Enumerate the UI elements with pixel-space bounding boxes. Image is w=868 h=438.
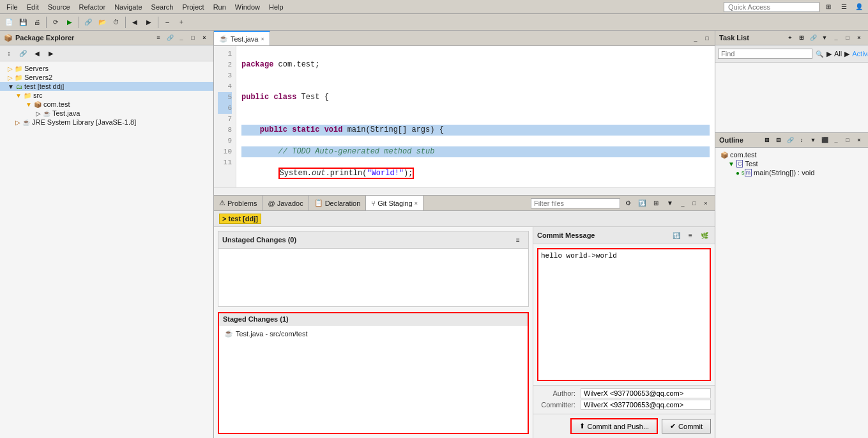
- git-tab-close[interactable]: ×: [415, 200, 418, 207]
- ol-btn3[interactable]: 🔗: [785, 135, 795, 145]
- tl-btn1[interactable]: +: [785, 33, 795, 43]
- tree-item-testjava[interactable]: ▷ ☕ Test.java: [0, 109, 213, 118]
- refresh-btn[interactable]: ⟳: [49, 16, 62, 29]
- menu-navigate[interactable]: Navigate: [110, 2, 146, 12]
- commit-tb-2[interactable]: ≡: [684, 229, 697, 242]
- minimize-btn[interactable]: _: [176, 33, 187, 43]
- filter-btn[interactable]: ⚙: [621, 197, 634, 210]
- tab-javadoc[interactable]: @ Javadoc: [263, 196, 308, 210]
- menu-search[interactable]: Search: [148, 2, 178, 12]
- git-tb-3[interactable]: ▼: [664, 197, 676, 210]
- save-btn[interactable]: 💾: [17, 16, 29, 29]
- menu-project[interactable]: Project: [178, 2, 208, 12]
- repo-badge[interactable]: > test [ddj]: [219, 214, 261, 224]
- tree-item-comtest[interactable]: ▼ 📦 com.test: [0, 100, 213, 109]
- ol-btn4[interactable]: ↕: [796, 135, 807, 145]
- menu-refactor[interactable]: Refactor: [75, 2, 110, 12]
- new-btn[interactable]: 📄: [3, 16, 15, 29]
- editor-tab-label: Test.java: [231, 35, 258, 43]
- link-btn[interactable]: 🔗: [82, 16, 95, 29]
- ol-btn5[interactable]: ▼: [808, 135, 818, 145]
- tree-item-servers2[interactable]: ▷ 📁 Servers2: [0, 73, 213, 82]
- tab-problems[interactable]: ⚠ Problems: [214, 196, 263, 210]
- ol-close[interactable]: ×: [854, 135, 864, 145]
- tl-btn4[interactable]: ▼: [819, 33, 830, 43]
- ol-minimize[interactable]: _: [831, 135, 841, 145]
- editor-minimize[interactable]: _: [690, 33, 701, 43]
- ol-btn1[interactable]: ⊞: [762, 135, 772, 145]
- menu-source[interactable]: Source: [44, 2, 74, 12]
- staged-body: ☕ Test.java - src/com/test: [219, 325, 528, 433]
- menu-file[interactable]: File: [3, 2, 22, 12]
- tl-minimize[interactable]: _: [831, 33, 841, 43]
- tree-item-servers[interactable]: ▷ 📁 Servers: [0, 64, 213, 73]
- close-btn[interactable]: ×: [199, 33, 209, 43]
- outline-test-class[interactable]: ▼ C Test: [718, 159, 865, 168]
- code-editor[interactable]: 1234 5 6 7891011 package com.test; publi…: [214, 46, 715, 187]
- nav-fwd[interactable]: ▶: [142, 16, 155, 29]
- tab-declaration[interactable]: 📋 Declaration: [309, 196, 367, 210]
- tl-btn2[interactable]: ⊞: [796, 33, 807, 43]
- sep1: [46, 17, 47, 28]
- quick-access-input[interactable]: [724, 2, 819, 12]
- collapse-all-btn[interactable]: ≡: [153, 33, 164, 43]
- editor-tab-close[interactable]: ×: [261, 36, 264, 42]
- print-btn[interactable]: 🖨: [31, 16, 43, 29]
- outline-main-method[interactable]: ● s m main(String[]) : void: [718, 168, 865, 177]
- maximize-btn[interactable]: □: [188, 33, 198, 43]
- tl-btn3[interactable]: 🔗: [808, 33, 818, 43]
- icon-person[interactable]: 👤: [853, 1, 865, 13]
- arrow-icon: ▶: [826, 50, 832, 58]
- pkg-link[interactable]: 🔗: [17, 47, 29, 59]
- activate-label[interactable]: Activate...: [852, 50, 868, 58]
- debug-btn[interactable]: ▶: [63, 16, 76, 29]
- editor-tab-testjava[interactable]: ☕ Test.java ×: [214, 31, 270, 45]
- commit-and-push-button[interactable]: ⬆ Commit and Push...: [570, 418, 659, 434]
- menu-edit[interactable]: Edit: [23, 2, 43, 12]
- filter-files-input[interactable]: [531, 198, 620, 208]
- open-btn[interactable]: 📂: [96, 16, 109, 29]
- commit-tb-1[interactable]: 🔃: [670, 229, 683, 242]
- tl-maximize[interactable]: □: [842, 33, 853, 43]
- zoom-out[interactable]: –: [161, 16, 174, 29]
- commit-button[interactable]: ✔ Commit: [662, 419, 711, 434]
- tree-item-test-project[interactable]: ▼ 🗂 test [test ddj]: [0, 82, 213, 91]
- menu-run[interactable]: Run: [209, 2, 230, 12]
- tree-item-src[interactable]: ▼ 📁 src: [0, 91, 213, 100]
- task-filter-input[interactable]: [718, 49, 812, 59]
- editor-maximize[interactable]: □: [702, 33, 712, 43]
- link-editor-btn[interactable]: 🔗: [165, 33, 175, 43]
- all-label[interactable]: All: [834, 50, 842, 58]
- pkg-nav-back[interactable]: ◀: [31, 47, 43, 59]
- package-icon: 📦: [34, 101, 42, 108]
- bottom-maximize[interactable]: □: [689, 198, 699, 208]
- zoom-in[interactable]: +: [175, 16, 188, 29]
- commit-tb-3[interactable]: 🌿: [698, 229, 711, 242]
- ol-btn6[interactable]: ⬛: [819, 135, 830, 145]
- committer-input[interactable]: [581, 400, 711, 410]
- pkg-collapse[interactable]: ↕: [3, 47, 15, 59]
- open-perspective-btn[interactable]: ☰: [837, 1, 850, 13]
- commit-message-textarea[interactable]: hello world->world: [537, 248, 711, 381]
- editor-scrollbar[interactable]: [214, 187, 715, 195]
- ol-maximize[interactable]: □: [842, 135, 853, 145]
- author-input[interactable]: [581, 388, 711, 398]
- bottom-minimize[interactable]: _: [678, 198, 688, 208]
- git-tb-1[interactable]: 🔃: [636, 197, 648, 210]
- ol-btn2[interactable]: ⊟: [773, 135, 784, 145]
- tl-close[interactable]: ×: [854, 33, 864, 43]
- pkg-nav-fwd[interactable]: ▶: [45, 47, 57, 59]
- staged-file-item[interactable]: ☕ Test.java - src/com/test: [222, 328, 525, 339]
- unstaged-sort-btn[interactable]: ≡: [512, 233, 524, 246]
- git-tb-2[interactable]: ⊞: [650, 197, 662, 210]
- bottom-close[interactable]: ×: [701, 198, 711, 208]
- tree-item-jre[interactable]: ▷ ☕ JRE System Library [JavaSE-1.8]: [0, 118, 213, 127]
- menu-help[interactable]: Help: [265, 2, 287, 12]
- menu-window[interactable]: Window: [231, 2, 264, 12]
- tab-git-staging[interactable]: ⑂ Git Staging ×: [366, 196, 423, 210]
- perspective-btn[interactable]: ⊞: [822, 1, 835, 13]
- outline-comtest[interactable]: 📦 com.test: [718, 150, 865, 159]
- find-icon[interactable]: 🔍: [815, 47, 824, 60]
- history-btn[interactable]: ⏱: [110, 16, 123, 29]
- nav-back[interactable]: ◀: [128, 16, 141, 29]
